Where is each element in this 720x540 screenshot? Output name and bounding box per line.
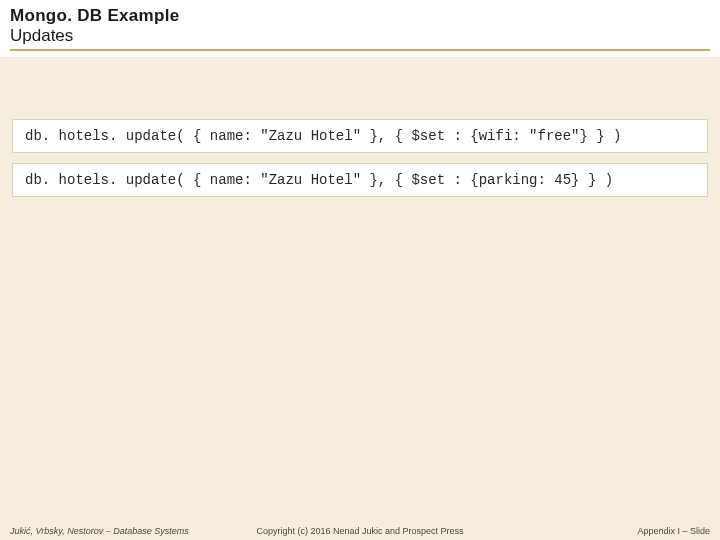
slide-footer: Jukić, Vrbsky, Nestorov – Database Syste… bbox=[0, 526, 720, 536]
footer-center: Copyright (c) 2016 Nenad Jukic and Prosp… bbox=[256, 526, 463, 536]
slide-title-line1: Mongo. DB Example bbox=[10, 6, 710, 26]
code-line-1: db. hotels. update( { name: "Zazu Hotel"… bbox=[12, 119, 708, 153]
code-line-2: db. hotels. update( { name: "Zazu Hotel"… bbox=[12, 163, 708, 197]
footer-right: Appendix I – Slide bbox=[637, 526, 710, 536]
footer-left: Jukić, Vrbsky, Nestorov – Database Syste… bbox=[10, 526, 189, 536]
slide-content: db. hotels. update( { name: "Zazu Hotel"… bbox=[0, 59, 720, 207]
header-divider bbox=[10, 49, 710, 51]
slide-title-line2: Updates bbox=[10, 26, 710, 46]
slide-header: Mongo. DB Example Updates bbox=[0, 0, 720, 59]
